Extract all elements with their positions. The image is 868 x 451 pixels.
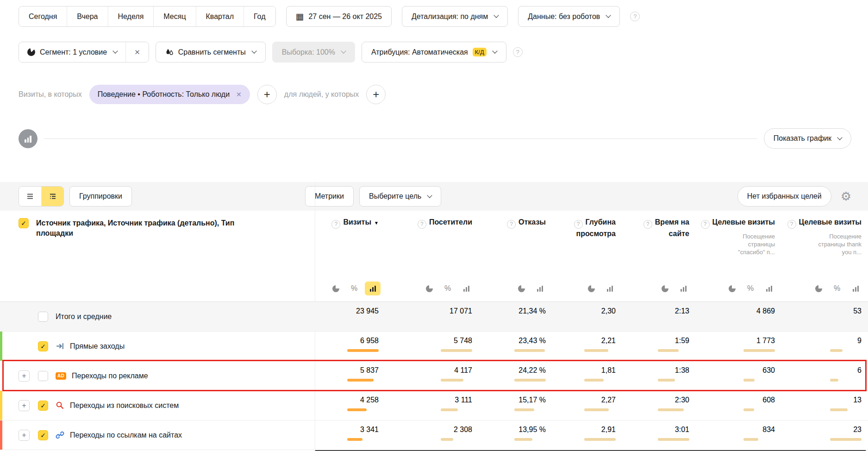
- percent-toggle[interactable]: [346, 282, 362, 295]
- period-quarter-button[interactable]: Квартал: [196, 6, 244, 26]
- metric-value: 5 748: [454, 336, 472, 345]
- groupings-button[interactable]: Группировки: [69, 186, 132, 207]
- sampling-dropdown[interactable]: Выборка: 100%: [272, 42, 355, 63]
- expand-row-button[interactable]: [19, 370, 30, 382]
- robots-condition-chip[interactable]: Поведение • Роботность: Только люди: [89, 85, 250, 104]
- help-icon[interactable]: [513, 47, 523, 57]
- pie-chart-toggle[interactable]: [328, 282, 343, 295]
- data-mode-dropdown[interactable]: Данные: без роботов: [518, 6, 620, 27]
- metric-value: 1 773: [756, 336, 775, 345]
- pie-chart-toggle[interactable]: [513, 282, 529, 295]
- period-week-button[interactable]: Неделя: [108, 6, 154, 26]
- column-header-goal-visits-2[interactable]: Целевые визиты Посещение страницы thank …: [781, 211, 868, 276]
- metric-value: 21,34 %: [518, 307, 546, 316]
- value-bar: [514, 349, 545, 352]
- graph-collapse-handle[interactable]: [19, 129, 37, 148]
- percent-toggle[interactable]: [829, 282, 845, 295]
- table-row: Итого и средние23 94517 07121,34 %2,302:…: [0, 302, 868, 332]
- row-checkbox[interactable]: [38, 312, 48, 322]
- pie-chart-toggle[interactable]: [583, 282, 599, 295]
- value-bar: [347, 379, 374, 382]
- segment-control-group: Сегмент: 1 условие: [19, 42, 149, 63]
- bar-chart-toggle[interactable]: [365, 282, 381, 295]
- value-bar: [441, 408, 458, 411]
- pie-chart-toggle[interactable]: [811, 282, 826, 295]
- period-month-button[interactable]: Месяц: [153, 6, 195, 26]
- column-header-visits[interactable]: Визиты: [315, 211, 385, 276]
- expand-row-button[interactable]: [19, 430, 30, 441]
- metrics-button[interactable]: Метрики: [305, 186, 354, 207]
- choose-goal-dropdown[interactable]: Выберите цель: [359, 186, 441, 207]
- column-header-visitors[interactable]: Посетители: [385, 211, 479, 276]
- metric-cell: 6: [781, 361, 868, 390]
- value-bar: [830, 438, 862, 441]
- metric-cell: 15,17 %: [479, 391, 552, 420]
- gear-icon[interactable]: [840, 188, 852, 205]
- row-checkbox[interactable]: [38, 371, 48, 381]
- help-icon[interactable]: [630, 12, 640, 21]
- detalization-dropdown[interactable]: Детализация: по дням: [402, 6, 508, 27]
- add-people-condition-button[interactable]: [366, 85, 386, 104]
- percent-toggle[interactable]: [440, 282, 456, 295]
- metric-cell: 13: [781, 391, 868, 420]
- ad-icon: AD: [56, 372, 66, 380]
- sort-desc-icon: [371, 218, 379, 226]
- pie-chart-toggle[interactable]: [421, 282, 437, 295]
- flat-list-view-button[interactable]: [19, 187, 41, 206]
- chevron-down-icon: [251, 48, 256, 53]
- favorite-goals-button[interactable]: Нет избранных целей: [737, 186, 831, 207]
- row-checkbox[interactable]: [38, 341, 48, 351]
- divider-line: [44, 138, 757, 139]
- row-checkbox[interactable]: [38, 401, 48, 411]
- percent-toggle[interactable]: [743, 282, 758, 295]
- segment-clear-button[interactable]: [125, 42, 149, 62]
- bar-chart-toggle[interactable]: [675, 282, 691, 295]
- metric-cell: 2,27: [552, 391, 622, 420]
- metric-value: 2 308: [454, 425, 472, 434]
- add-visit-condition-button[interactable]: [257, 85, 277, 104]
- value-bar: [584, 349, 608, 352]
- value-bar: [584, 379, 604, 382]
- segment-dropdown[interactable]: Сегмент: 1 условие: [19, 42, 125, 62]
- column-header-bounces[interactable]: Отказы: [479, 211, 552, 276]
- calendar-icon: [296, 11, 304, 22]
- attribution-dropdown[interactable]: Атрибуция: Автоматическая К/Д: [362, 42, 506, 63]
- metric-cell: 1:59: [622, 332, 696, 361]
- date-range-button[interactable]: 27 сен — 26 окт 2025: [286, 6, 392, 27]
- metric-cell: 5 748: [385, 332, 479, 361]
- value-bar: [514, 379, 546, 382]
- value-bar: [658, 438, 689, 441]
- metric-help-icon: [574, 220, 583, 229]
- pie-chart-toggle[interactable]: [657, 282, 673, 295]
- bar-chart-toggle[interactable]: [848, 282, 863, 295]
- select-all-checkbox[interactable]: [19, 218, 29, 228]
- row-checkbox[interactable]: [38, 430, 48, 440]
- period-yesterday-button[interactable]: Вчера: [67, 6, 107, 26]
- compare-segments-dropdown[interactable]: Сравнить сегменты: [156, 42, 266, 63]
- chevron-down-icon: [341, 48, 346, 53]
- value-bar: [347, 408, 367, 411]
- toggles-goal-2: [781, 276, 868, 301]
- remove-condition-icon[interactable]: [236, 90, 242, 99]
- show-graph-button[interactable]: Показать график: [764, 128, 851, 149]
- metric-value: 1:38: [675, 366, 689, 375]
- period-today-button[interactable]: Сегодня: [19, 6, 67, 26]
- pie-chart-toggle[interactable]: [724, 282, 740, 295]
- metric-cell: 2 308: [385, 420, 479, 450]
- bar-chart-toggle[interactable]: [458, 282, 474, 295]
- bar-chart-toggle[interactable]: [761, 282, 777, 295]
- metric-value: 1:59: [675, 336, 689, 345]
- bar-chart-toggle[interactable]: [532, 282, 548, 295]
- metric-value: 2,27: [601, 395, 616, 405]
- value-bar: [830, 408, 848, 411]
- direct-entry-icon: [56, 342, 64, 351]
- metric-value: 2,30: [601, 307, 616, 316]
- column-header-goal-visits-1[interactable]: Целевые визиты Посещение страницы "спаси…: [696, 211, 781, 276]
- column-header-time-on-site[interactable]: Время на сайте: [622, 211, 696, 276]
- expand-row-button[interactable]: [19, 400, 30, 411]
- bar-chart-toggle[interactable]: [602, 282, 618, 295]
- period-year-button[interactable]: Год: [244, 6, 275, 26]
- column-header-depth[interactable]: Глубина просмотра: [552, 211, 622, 276]
- tree-view-button[interactable]: [41, 187, 63, 206]
- chevron-down-icon: [112, 48, 118, 53]
